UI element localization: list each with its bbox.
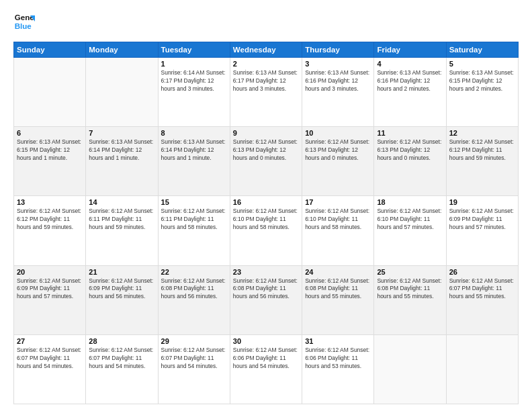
- day-info: Sunrise: 6:13 AM Sunset: 6:15 PM Dayligh…: [17, 138, 83, 163]
- day-cell: 23Sunrise: 6:12 AM Sunset: 6:08 PM Dayli…: [230, 265, 302, 334]
- header: General Blue: [13, 11, 519, 35]
- empty-cell: [14, 58, 86, 127]
- day-cell: 26Sunrise: 6:12 AM Sunset: 6:07 PM Dayli…: [446, 265, 518, 334]
- day-info: Sunrise: 6:12 AM Sunset: 6:09 PM Dayligh…: [89, 277, 154, 302]
- day-info: Sunrise: 6:12 AM Sunset: 6:08 PM Dayligh…: [161, 277, 227, 302]
- day-info: Sunrise: 6:14 AM Sunset: 6:17 PM Dayligh…: [161, 69, 227, 93]
- day-info: Sunrise: 6:12 AM Sunset: 6:07 PM Dayligh…: [17, 347, 83, 371]
- weekday-header: Sunday: [14, 42, 86, 58]
- weekday-header: Monday: [86, 42, 158, 58]
- day-number: 15: [161, 198, 227, 206]
- day-number: 9: [233, 129, 299, 137]
- day-number: 22: [161, 268, 227, 276]
- day-cell: 9Sunrise: 6:12 AM Sunset: 6:13 PM Daylig…: [230, 127, 302, 196]
- day-info: Sunrise: 6:12 AM Sunset: 6:07 PM Dayligh…: [89, 347, 154, 371]
- day-info: Sunrise: 6:12 AM Sunset: 6:10 PM Dayligh…: [305, 208, 371, 232]
- day-info: Sunrise: 6:12 AM Sunset: 6:13 PM Dayligh…: [305, 138, 371, 163]
- day-number: 3: [305, 60, 371, 68]
- day-number: 25: [377, 268, 443, 276]
- day-info: Sunrise: 6:12 AM Sunset: 6:10 PM Dayligh…: [233, 208, 299, 232]
- day-cell: 24Sunrise: 6:12 AM Sunset: 6:08 PM Dayli…: [302, 265, 374, 334]
- day-info: Sunrise: 6:12 AM Sunset: 6:08 PM Dayligh…: [377, 277, 443, 302]
- day-number: 17: [305, 198, 371, 206]
- day-cell: 31Sunrise: 6:12 AM Sunset: 6:06 PM Dayli…: [302, 334, 374, 404]
- day-number: 7: [89, 129, 154, 137]
- day-info: Sunrise: 6:12 AM Sunset: 6:12 PM Dayligh…: [17, 208, 83, 232]
- day-info: Sunrise: 6:12 AM Sunset: 6:07 PM Dayligh…: [161, 347, 227, 371]
- day-info: Sunrise: 6:12 AM Sunset: 6:06 PM Dayligh…: [305, 347, 371, 371]
- empty-cell: [446, 334, 518, 404]
- day-number: 28: [89, 337, 154, 345]
- day-cell: 1Sunrise: 6:14 AM Sunset: 6:17 PM Daylig…: [158, 58, 230, 127]
- day-info: Sunrise: 6:13 AM Sunset: 6:14 PM Dayligh…: [89, 138, 154, 163]
- day-info: Sunrise: 6:12 AM Sunset: 6:13 PM Dayligh…: [233, 138, 299, 163]
- day-cell: 7Sunrise: 6:13 AM Sunset: 6:14 PM Daylig…: [86, 127, 158, 196]
- calendar-table: SundayMondayTuesdayWednesdayThursdayFrid…: [13, 42, 519, 404]
- day-cell: 18Sunrise: 6:12 AM Sunset: 6:10 PM Dayli…: [374, 196, 446, 265]
- day-cell: 10Sunrise: 6:12 AM Sunset: 6:13 PM Dayli…: [302, 127, 374, 196]
- day-cell: 17Sunrise: 6:12 AM Sunset: 6:10 PM Dayli…: [302, 196, 374, 265]
- day-number: 10: [305, 129, 371, 137]
- day-number: 1: [161, 60, 227, 68]
- day-cell: 4Sunrise: 6:13 AM Sunset: 6:16 PM Daylig…: [374, 58, 446, 127]
- day-info: Sunrise: 6:12 AM Sunset: 6:11 PM Dayligh…: [161, 208, 227, 232]
- empty-cell: [374, 334, 446, 404]
- day-cell: 21Sunrise: 6:12 AM Sunset: 6:09 PM Dayli…: [86, 265, 158, 334]
- day-cell: 25Sunrise: 6:12 AM Sunset: 6:08 PM Dayli…: [374, 265, 446, 334]
- day-number: 26: [449, 268, 515, 276]
- day-info: Sunrise: 6:12 AM Sunset: 6:12 PM Dayligh…: [449, 138, 515, 163]
- day-info: Sunrise: 6:13 AM Sunset: 6:16 PM Dayligh…: [377, 69, 443, 93]
- day-number: 5: [449, 60, 515, 68]
- empty-cell: [86, 58, 158, 127]
- day-cell: 13Sunrise: 6:12 AM Sunset: 6:12 PM Dayli…: [14, 196, 86, 265]
- day-info: Sunrise: 6:12 AM Sunset: 6:11 PM Dayligh…: [89, 208, 154, 232]
- day-info: Sunrise: 6:12 AM Sunset: 6:08 PM Dayligh…: [233, 277, 299, 302]
- day-cell: 3Sunrise: 6:13 AM Sunset: 6:16 PM Daylig…: [302, 58, 374, 127]
- day-info: Sunrise: 6:13 AM Sunset: 6:17 PM Dayligh…: [233, 69, 299, 93]
- weekday-header: Friday: [374, 42, 446, 58]
- day-number: 14: [89, 198, 154, 206]
- day-info: Sunrise: 6:12 AM Sunset: 6:10 PM Dayligh…: [377, 208, 443, 232]
- day-cell: 6Sunrise: 6:13 AM Sunset: 6:15 PM Daylig…: [14, 127, 86, 196]
- day-cell: 11Sunrise: 6:12 AM Sunset: 6:13 PM Dayli…: [374, 127, 446, 196]
- day-info: Sunrise: 6:12 AM Sunset: 6:07 PM Dayligh…: [449, 277, 515, 302]
- weekday-header: Tuesday: [158, 42, 230, 58]
- day-number: 4: [377, 60, 443, 68]
- day-cell: 29Sunrise: 6:12 AM Sunset: 6:07 PM Dayli…: [158, 334, 230, 404]
- logo: General Blue: [13, 11, 35, 35]
- weekday-header: Wednesday: [230, 42, 302, 58]
- day-cell: 2Sunrise: 6:13 AM Sunset: 6:17 PM Daylig…: [230, 58, 302, 127]
- day-cell: 16Sunrise: 6:12 AM Sunset: 6:10 PM Dayli…: [230, 196, 302, 265]
- day-number: 27: [17, 337, 83, 345]
- svg-text:Blue: Blue: [15, 22, 32, 30]
- day-number: 19: [449, 198, 515, 206]
- day-number: 2: [233, 60, 299, 68]
- weekday-header: Saturday: [446, 42, 518, 58]
- day-number: 12: [449, 129, 515, 137]
- weekday-header: Thursday: [302, 42, 374, 58]
- day-cell: 12Sunrise: 6:12 AM Sunset: 6:12 PM Dayli…: [446, 127, 518, 196]
- day-number: 21: [89, 268, 154, 276]
- day-cell: 19Sunrise: 6:12 AM Sunset: 6:09 PM Dayli…: [446, 196, 518, 265]
- day-cell: 5Sunrise: 6:13 AM Sunset: 6:15 PM Daylig…: [446, 58, 518, 127]
- day-info: Sunrise: 6:12 AM Sunset: 6:13 PM Dayligh…: [377, 138, 443, 163]
- day-cell: 27Sunrise: 6:12 AM Sunset: 6:07 PM Dayli…: [14, 334, 86, 404]
- day-number: 24: [305, 268, 371, 276]
- day-info: Sunrise: 6:12 AM Sunset: 6:09 PM Dayligh…: [449, 208, 515, 232]
- day-cell: 22Sunrise: 6:12 AM Sunset: 6:08 PM Dayli…: [158, 265, 230, 334]
- page: General Blue SundayMondayTuesdayWednesda…: [0, 0, 532, 411]
- day-cell: 8Sunrise: 6:13 AM Sunset: 6:14 PM Daylig…: [158, 127, 230, 196]
- day-info: Sunrise: 6:13 AM Sunset: 6:16 PM Dayligh…: [305, 69, 371, 93]
- day-number: 13: [17, 198, 83, 206]
- day-number: 6: [17, 129, 83, 137]
- day-number: 30: [233, 337, 299, 345]
- day-number: 29: [161, 337, 227, 345]
- day-info: Sunrise: 6:13 AM Sunset: 6:14 PM Dayligh…: [161, 138, 227, 163]
- day-number: 18: [377, 198, 443, 206]
- day-number: 31: [305, 337, 371, 345]
- day-cell: 28Sunrise: 6:12 AM Sunset: 6:07 PM Dayli…: [86, 334, 158, 404]
- day-cell: 14Sunrise: 6:12 AM Sunset: 6:11 PM Dayli…: [86, 196, 158, 265]
- day-cell: 20Sunrise: 6:12 AM Sunset: 6:09 PM Dayli…: [14, 265, 86, 334]
- day-info: Sunrise: 6:12 AM Sunset: 6:09 PM Dayligh…: [17, 277, 83, 302]
- logo-icon: General Blue: [13, 11, 35, 35]
